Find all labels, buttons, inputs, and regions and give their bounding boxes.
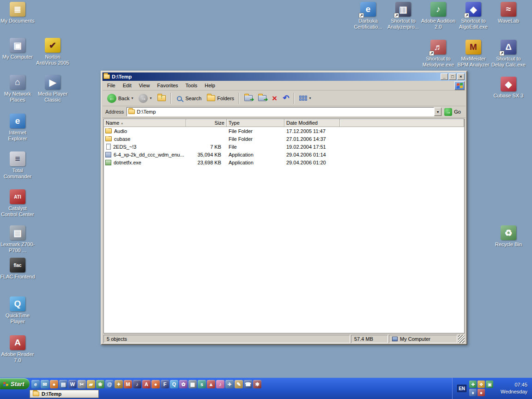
quicklaunch-icon-7[interactable]: ▰ [87,380,95,388]
quicklaunch-icon-15[interactable]: F [161,380,169,388]
desktop-icon-my-computer[interactable]: ▣My Computer [0,38,35,60]
up-button[interactable]: ↑ [155,93,169,103]
menu-edit[interactable]: Edit [119,81,135,90]
file-row-2eds-3[interactable]: 2EDS_~!37 KBFile19.02.2004 17:51 [104,143,464,151]
desktop-icon-adobe-audition-2-0[interactable]: ♪Adobe Audition 2.0 [421,2,456,30]
quicklaunch-icon-18[interactable]: ▦ [188,380,197,388]
quicklaunch-icon-3[interactable]: ● [50,380,58,388]
quicklaunch-icon-17[interactable]: ✿ [179,380,187,388]
quicklaunch-icon-1[interactable]: e [31,380,40,388]
quicklaunch-icon-9[interactable]: @ [105,380,114,388]
desktop-icon-my-network-places[interactable]: ⌂My Network Places [0,75,35,103]
go-button[interactable]: → Go [441,108,464,116]
quicklaunch-icon-12[interactable]: ♪ [133,380,141,388]
quicklaunch-icon-19[interactable]: s [198,380,206,388]
quicklaunch-icon-8[interactable]: ❀ [96,380,104,388]
quicklaunch-icon-2[interactable]: ✉ [41,380,49,388]
desktop-icon-media-player-classic[interactable]: ▶Media Player Classic [35,75,70,103]
views-button[interactable]: ▾ [296,94,314,103]
desktop-icon-shortcut-to-algoedit-exe[interactable]: ◆↗Shortcut to AlgoEdit.exe [456,2,491,30]
desktop-icon-catalyst-control-center[interactable]: ATICatalyst Control Center [0,189,35,218]
desktop-icon-adobe-reader-7-0[interactable]: AAdobe Reader 7.0 [0,335,35,363]
file-row-dotnetfx-exe[interactable]: dotnetfx.exe23,698 KBApplication29.04.20… [104,158,464,166]
desktop-icon-my-documents[interactable]: ≣My Documents [0,2,35,24]
desktop-icon-mixmeister-bpm-analyzer[interactable]: MMixMeister BPM Analyzer [456,40,491,68]
menu-favorites[interactable]: Favorites [153,81,181,90]
search-button[interactable]: Search [173,93,205,103]
desktop-icon-cubase-sx-3[interactable]: ◆Cubase SX 3 [491,77,526,99]
column-header-size[interactable]: Size [186,119,227,127]
desktop-icon-shortcut-to-delay-calc-exe[interactable]: Δ↗Shortcut to Delay Calc.exe [491,40,526,68]
desktop-icon-lexmark-z700-p700[interactable]: ▤Lexmark Z700-P700 ... [0,225,35,254]
quicklaunch-icon-20[interactable]: ▲ [207,380,215,388]
file-row-6-4-xp-2k-dd-ccc-wdm-enu[interactable]: 6-4_xp-2k_dd_ccc_wdm_enu...35,094 KBAppl… [104,151,464,158]
tray-icon-2[interactable]: ❖ [478,381,485,388]
menu-help[interactable]: Help [201,81,219,90]
views-dropdown-icon[interactable]: ▾ [309,96,311,100]
internet-explorer-icon: e [10,114,25,128]
desktop-icon-internet-explorer[interactable]: eInternet Explorer [0,114,35,142]
quicklaunch-icon-5[interactable]: W [68,380,77,388]
desktop-icon-darbuka-certificatio[interactable]: e↗Darbuka Certificatio... [351,2,386,30]
language-indicator[interactable]: EN [457,385,466,392]
desktop-icon-shortcut-to-analyzerpro[interactable]: ▥↗Shortcut to Analyzerpro... [386,2,421,30]
file-name: dotnetfx.exe [114,160,141,165]
address-dropdown-button[interactable]: ▼ [434,108,441,116]
move-to-button[interactable]: ➜ [242,93,255,103]
resize-grip[interactable] [458,335,465,343]
quicklaunch-icon-6[interactable]: ✂ [78,380,86,388]
column-header-name[interactable]: Name ▴ [104,119,186,127]
desktop-icon-norton-antivirus-2005[interactable]: ✔Norton AntiVirus 2005 [35,38,70,66]
file-row-cubase[interactable]: cubaseFile Folder27.01.2006 14:37 [104,135,464,143]
menu-view[interactable]: View [135,81,154,90]
tray-icon-5[interactable]: ● [478,389,485,396]
desktop-icon-wavelab[interactable]: ≈WaveLab [491,2,526,24]
close-button[interactable]: × [457,73,465,80]
desktop-icon-total-commander[interactable]: ≡Total Commander [0,151,35,180]
copy-to-button[interactable]: ➜ [255,93,269,103]
maximize-button[interactable]: □ [449,73,456,80]
file-row-audio[interactable]: AudioFile Folder17.12.2005 11:47 [104,127,464,135]
desktop-icon-quicktime-player[interactable]: QQuickTime Player [0,296,35,325]
menu-file[interactable]: File [103,81,119,90]
folders-button[interactable]: Folders [204,93,237,103]
minimize-button[interactable]: _ [441,73,448,80]
tray-icon-4[interactable]: ♦ [469,389,477,396]
desktop-icon-flac-frontend[interactable]: flacFLAC Frontend [0,258,35,280]
taskbar-item-d-temp[interactable]: D:\Temp [30,390,99,398]
start-button[interactable]: Start [0,378,30,389]
tray-icon-3[interactable]: ▣ [486,381,493,388]
quicklaunch-icon-13[interactable]: A [142,380,151,388]
column-header-modified[interactable]: Date Modified [284,119,340,127]
desktop-icon-recycle-bin[interactable]: ♻Recycle Bin [491,225,526,248]
quicklaunch-icon-16[interactable]: Q [170,380,178,388]
my-computer-icon: ▣ [10,38,25,53]
forward-dropdown-icon[interactable]: ▾ [150,96,151,100]
delete-button[interactable]: × [269,92,280,104]
app-setup-icon [105,152,111,157]
undo-button[interactable]: ↶ [280,92,292,104]
desktop-icon-shortcut-to-melodyne-exe[interactable]: ♬↗Shortcut to Melodyne.exe [421,40,456,68]
adobe-audition-2-0-icon: ♪ [430,2,446,17]
quicklaunch-icon-25[interactable]: ✱ [253,380,261,388]
status-location: My Computer [389,335,457,343]
quicklaunch-icon-22[interactable]: ✈ [225,380,234,388]
back-button[interactable]: ← Back ▾ [104,92,136,105]
menu-tools[interactable]: Tools [182,81,201,90]
start-label: Start [11,381,24,387]
quicklaunch-icon-21[interactable]: ♪ [216,380,224,388]
column-header-type[interactable]: Type [227,119,284,127]
address-input[interactable]: D:\Temp [127,107,434,116]
desktop-icon-label: Adobe Audition 2.0 [421,18,456,30]
quicklaunch-icon-14[interactable]: ● [151,380,160,388]
quicklaunch-icon-24[interactable]: ☎ [244,380,252,388]
back-dropdown-icon[interactable]: ▾ [131,96,133,100]
shortcut-to-melodyne-exe-icon: ♬↗ [430,40,446,54]
tray-icon-1[interactable]: ✚ [469,381,477,388]
quicklaunch-icon-23[interactable]: ✎ [235,380,243,388]
title-bar[interactable]: D:\Temp _ □ × [103,73,466,81]
quicklaunch-icon-10[interactable]: ✦ [115,380,123,388]
forward-button[interactable]: → ▾ [136,92,154,105]
quicklaunch-icon-4[interactable]: ▤ [59,380,67,388]
quicklaunch-icon-11[interactable]: M [124,380,132,388]
